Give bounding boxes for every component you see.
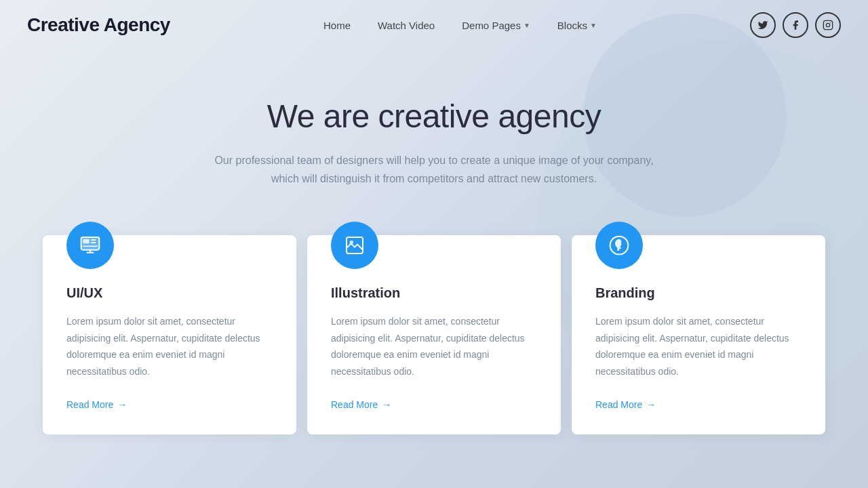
twitter-icon[interactable] bbox=[750, 12, 776, 38]
nav-watch-video[interactable]: Watch Video bbox=[378, 20, 435, 31]
card-illustration-read-more[interactable]: Read More → bbox=[331, 399, 391, 410]
instagram-icon[interactable] bbox=[815, 12, 841, 38]
svg-rect-5 bbox=[83, 239, 89, 244]
card-illustration: Illustration Lorem ipsum dolor sit amet,… bbox=[307, 235, 561, 434]
nav-blocks[interactable]: Blocks ▼ bbox=[557, 20, 597, 31]
hero-title: We are creative agency bbox=[14, 98, 854, 135]
arrow-icon: → bbox=[382, 399, 391, 410]
arrow-icon: → bbox=[646, 399, 656, 410]
card-branding-text: Lorem ipsum dolor sit amet, consectetur … bbox=[595, 313, 802, 380]
card-illustration-text: Lorem ipsum dolor sit amet, consectetur … bbox=[331, 313, 537, 380]
cards-section: UI/UX Lorem ipsum dolor sit amet, consec… bbox=[0, 235, 868, 434]
navbar: Creative Agency Home Watch Video Demo Pa… bbox=[0, 0, 868, 50]
hero-section: We are creative agency Our professional … bbox=[0, 50, 868, 222]
card-uiux-read-more[interactable]: Read More → bbox=[66, 399, 127, 410]
nav-demo-pages[interactable]: Demo Pages ▼ bbox=[462, 20, 530, 31]
card-illustration-icon bbox=[331, 222, 378, 269]
facebook-icon[interactable] bbox=[783, 12, 808, 38]
card-uiux-title: UI/UX bbox=[66, 285, 273, 301]
card-uiux: UI/UX Lorem ipsum dolor sit amet, consec… bbox=[43, 235, 296, 434]
nav-links: Home Watch Video Demo Pages ▼ Blocks ▼ bbox=[323, 20, 597, 31]
card-illustration-title: Illustration bbox=[331, 285, 537, 301]
card-branding-read-more[interactable]: Read More → bbox=[595, 399, 656, 410]
social-icons bbox=[750, 12, 841, 38]
card-uiux-text: Lorem ipsum dolor sit amet, consectetur … bbox=[66, 313, 273, 380]
brand-logo: Creative Agency bbox=[27, 14, 170, 36]
card-branding-title: Branding bbox=[595, 285, 802, 301]
svg-point-1 bbox=[826, 23, 829, 26]
arrow-icon: → bbox=[117, 399, 127, 410]
svg-point-2 bbox=[830, 22, 831, 23]
card-uiux-icon bbox=[66, 222, 114, 269]
blocks-dropdown-arrow: ▼ bbox=[590, 22, 597, 29]
card-branding: Branding Lorem ipsum dolor sit amet, con… bbox=[572, 235, 825, 434]
nav-home[interactable]: Home bbox=[323, 20, 351, 31]
svg-rect-0 bbox=[823, 20, 832, 29]
demo-pages-dropdown-arrow: ▼ bbox=[524, 22, 530, 29]
card-branding-icon bbox=[595, 222, 643, 269]
hero-subtitle: Our professional team of designers will … bbox=[203, 151, 665, 188]
